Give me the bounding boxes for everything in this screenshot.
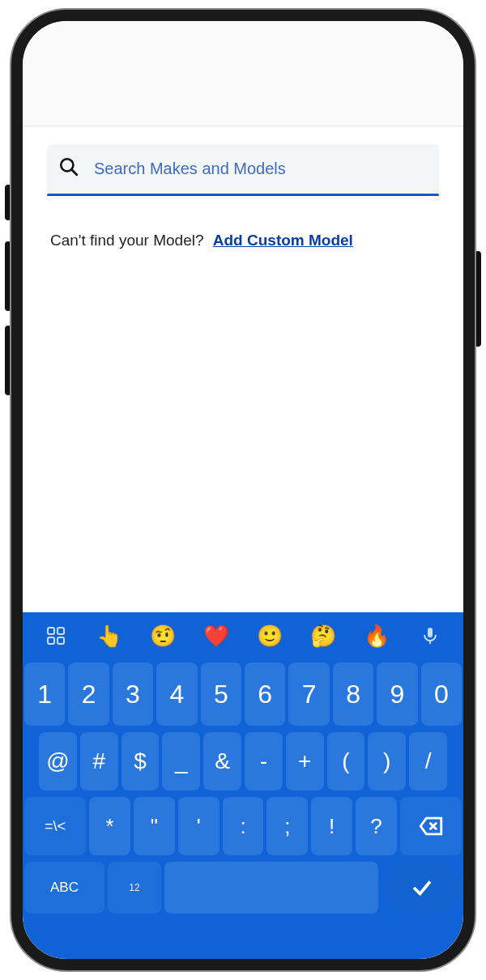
key-spacebar[interactable] [164, 862, 378, 914]
key-question[interactable]: ? [356, 797, 397, 855]
search-underline [47, 194, 439, 196]
key-dquote[interactable]: " [134, 797, 175, 855]
key-underscore[interactable]: _ [162, 732, 200, 790]
key-3[interactable]: 3 [113, 663, 153, 726]
emoji-suggestion[interactable]: 👆 [84, 624, 134, 649]
emoji-suggestion[interactable]: ❤️ [191, 624, 241, 649]
phone-frame: Can't find your Model? Add Custom Model … [11, 10, 475, 970]
key-rparen[interactable]: ) [368, 732, 406, 790]
key-lparen[interactable]: ( [327, 732, 365, 790]
keyboard-row-2: @ # $ _ & - + ( ) / [23, 729, 463, 794]
app-header [23, 21, 463, 126]
svg-line-1 [71, 169, 77, 175]
key-dollar[interactable]: $ [122, 732, 160, 790]
key-2[interactable]: 2 [68, 663, 109, 726]
key-colon[interactable]: : [223, 797, 264, 855]
key-plus[interactable]: + [286, 732, 324, 790]
key-hash[interactable]: # [80, 732, 118, 790]
key-1[interactable]: 1 [24, 663, 65, 726]
key-more-symbols[interactable]: =\< [24, 797, 86, 855]
svg-rect-3 [58, 628, 64, 634]
key-backspace[interactable] [400, 797, 462, 855]
key-char-pad[interactable]: 12 [108, 862, 161, 914]
key-squote[interactable]: ' [178, 797, 220, 855]
key-slash[interactable]: / [409, 732, 447, 790]
search-box[interactable] [47, 144, 439, 193]
search-icon [58, 156, 79, 181]
keyboard-suggestion-row: 👆 🤨 ❤️ 🙂 🤔 🔥 [23, 612, 463, 659]
key-ampersand[interactable]: & [203, 732, 241, 790]
hint-text: Can't find your Model? [50, 232, 204, 249]
keyboard-row-4: ABC 12 [23, 859, 463, 914]
key-4[interactable]: 4 [156, 663, 197, 726]
keyboard-row-3: =\< * " ' : ; ! ? [23, 794, 463, 859]
add-custom-model-link[interactable]: Add Custom Model [213, 232, 353, 249]
key-abc-mode[interactable]: ABC [24, 862, 104, 914]
key-8[interactable]: 8 [333, 663, 373, 726]
screen: Can't find your Model? Add Custom Model … [23, 21, 463, 959]
key-9[interactable]: 9 [377, 663, 417, 726]
svg-rect-5 [58, 637, 64, 644]
key-minus[interactable]: - [245, 732, 283, 790]
keyboard-row-1: 1 2 3 4 5 6 7 8 9 0 [23, 659, 463, 729]
search-input[interactable] [94, 160, 428, 178]
search-container [47, 144, 439, 196]
key-enter[interactable] [382, 862, 462, 914]
key-0[interactable]: 0 [421, 663, 462, 726]
emoji-suggestion[interactable]: 🔥 [352, 624, 402, 649]
emoji-suggestion[interactable]: 🤔 [298, 624, 348, 649]
key-exclaim[interactable]: ! [311, 797, 352, 855]
key-5[interactable]: 5 [201, 663, 241, 726]
key-semicolon[interactable]: ; [266, 797, 308, 855]
keyboard-apps-icon[interactable] [31, 626, 81, 646]
svg-rect-6 [428, 628, 433, 637]
mic-icon[interactable] [405, 626, 455, 646]
hint-row: Can't find your Model? Add Custom Model [50, 232, 436, 249]
key-at[interactable]: @ [39, 732, 77, 790]
svg-rect-2 [48, 628, 54, 634]
emoji-suggestion[interactable]: 🤨 [138, 624, 188, 649]
emoji-suggestion[interactable]: 🙂 [245, 624, 295, 649]
svg-rect-4 [48, 637, 54, 644]
key-7[interactable]: 7 [288, 663, 329, 726]
key-asterisk[interactable]: * [89, 797, 130, 855]
key-6[interactable]: 6 [245, 663, 285, 726]
keyboard: 👆 🤨 ❤️ 🙂 🤔 🔥 1 2 3 4 5 6 7 8 9 [23, 612, 463, 959]
